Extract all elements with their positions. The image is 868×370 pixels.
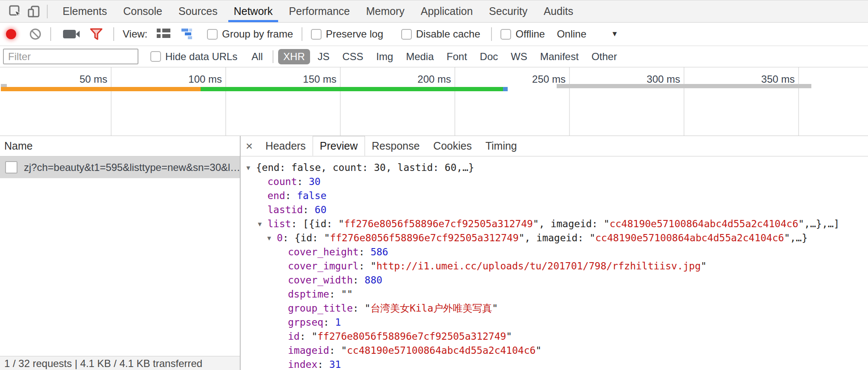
tab-application[interactable]: Application (413, 0, 481, 22)
preview-tree-row[interactable]: cover_height: 586 (241, 245, 868, 259)
record-button[interactable] (6, 29, 16, 39)
name-column-header[interactable]: Name (0, 136, 240, 156)
json-plain-text: : " (329, 344, 347, 358)
tab-performance[interactable]: Performance (281, 0, 358, 22)
preview-tree-row[interactable]: id: "ff276e8056f58896e7cf92505a312749" (241, 330, 868, 344)
timeline-gridline (111, 67, 112, 136)
tab-security[interactable]: Security (481, 0, 535, 22)
json-key: cover_height (288, 245, 359, 259)
disclosure-spacer (273, 330, 288, 344)
toolbar-separator (302, 27, 302, 41)
filter-type-img[interactable]: Img (371, 49, 398, 64)
device-toolbar-icon[interactable] (25, 3, 43, 20)
offline-checkbox[interactable]: Offline (500, 28, 545, 40)
resource-type-filters: AllXHRJSCSSImgMediaFontDocWSManifestOthe… (245, 49, 623, 64)
clear-icon[interactable] (30, 29, 41, 40)
preview-tree-row[interactable]: end: false (241, 189, 868, 203)
preview-tree-row[interactable]: cover_imgurl: "http://i1.umei.cc/uploads… (241, 259, 868, 273)
json-key: list (267, 217, 291, 231)
json-plain-text: : " (300, 330, 318, 344)
filter-type-font[interactable]: Font (442, 49, 472, 64)
preserve-log-checkbox[interactable]: Preserve log (311, 28, 383, 40)
disclosure-triangle-icon[interactable]: ▼ (241, 161, 256, 175)
disclosure-spacer (252, 203, 267, 217)
disclosure-triangle-icon[interactable]: ▼ (252, 217, 267, 231)
chevron-down-icon: ▼ (611, 30, 618, 38)
tab-network[interactable]: Network (226, 0, 281, 22)
large-rows-icon[interactable] (157, 29, 170, 40)
preview-tree-row[interactable]: index: 31 (241, 358, 868, 370)
json-key: index (288, 358, 317, 370)
disable-cache-checkbox[interactable]: Disable cache (401, 28, 480, 40)
preview-tree-row[interactable]: ▼{end: false, count: 30, lastid: 60,…} (241, 161, 868, 175)
json-plain-text: ", imageid: " (533, 217, 609, 231)
screenshot-camera-icon[interactable] (63, 30, 76, 38)
tab-sources[interactable]: Sources (170, 0, 226, 22)
detail-tab-cookies[interactable]: Cookies (426, 136, 478, 156)
filter-type-other[interactable]: Other (586, 49, 622, 64)
preview-tree-row[interactable]: lastid: 60 (241, 203, 868, 217)
group-by-frame-checkbox[interactable]: Group by frame (207, 28, 293, 40)
disclosure-spacer (273, 273, 288, 287)
preview-tree-row[interactable]: dsptime: "" (241, 287, 868, 301)
filter-type-all[interactable]: All (246, 49, 268, 64)
detail-tabbar: × HeadersPreviewResponseCookiesTiming (241, 136, 868, 156)
tab-memory[interactable]: Memory (358, 0, 412, 22)
disclosure-spacer (273, 358, 288, 370)
detail-tab-response[interactable]: Response (365, 136, 427, 156)
detail-tab-preview[interactable]: Preview (313, 136, 365, 156)
detail-tab-headers[interactable]: Headers (259, 136, 313, 156)
hide-data-urls-checkbox[interactable]: Hide data URLs (150, 51, 237, 63)
timeline-tick-label: 350 ms (727, 73, 795, 85)
json-plain-text: ", imageid: " (519, 231, 595, 245)
json-key: imageid (288, 344, 329, 358)
detail-tab-timing[interactable]: Timing (479, 136, 524, 156)
json-plain-text: " (536, 344, 542, 358)
tabbar-separator (47, 5, 48, 18)
tab-console[interactable]: Console (115, 0, 170, 22)
json-number-value: 31 (329, 358, 341, 370)
json-string-value: cc48190e57100864abc4d55a2c4104c6 (347, 344, 535, 358)
preview-tree-row[interactable]: count: 30 (241, 175, 868, 189)
filter-separator (273, 50, 273, 63)
preview-tree-row[interactable]: ▼list: [{id: "ff276e8056f58896e7cf92505a… (241, 217, 868, 231)
disclosure-triangle-icon[interactable]: ▼ (262, 231, 277, 245)
throttling-select[interactable]: Online ▼ (550, 28, 618, 40)
json-string-value: cc48190e57100864abc4d55a2c4104c6 (609, 217, 798, 231)
request-row[interactable]: zj?ch=beauty&t1=595&listtype=new&sn=30&l… (0, 156, 240, 178)
json-string-value: ff276e8056f58896e7cf92505a312749 (330, 231, 519, 245)
preview-tree-row[interactable]: group_title: "台湾美女Kila户外唯美写真" (241, 301, 868, 315)
timeline-tick-label: 300 ms (612, 73, 680, 85)
filter-funnel-icon[interactable] (89, 28, 103, 40)
timeline-gridline (798, 67, 799, 136)
filter-type-doc[interactable]: Doc (475, 49, 503, 64)
file-icon (5, 161, 17, 173)
filter-type-manifest[interactable]: Manifest (535, 49, 584, 64)
disclosure-spacer (252, 189, 267, 203)
tab-elements[interactable]: Elements (55, 0, 115, 22)
filter-type-ws[interactable]: WS (506, 49, 532, 64)
json-plain-text: : (353, 273, 365, 287)
timeline-gridline (454, 67, 455, 136)
hide-data-urls-label: Hide data URLs (165, 51, 237, 63)
timeline-gridline (225, 67, 226, 136)
waterfall-timeline-icon[interactable] (181, 29, 196, 40)
inspect-element-icon[interactable] (6, 3, 25, 20)
filter-input[interactable] (3, 49, 138, 64)
filter-type-media[interactable]: Media (401, 49, 439, 64)
json-plain-text: : {id: " (283, 231, 330, 245)
preview-tree-row[interactable]: grpseq: 1 (241, 315, 868, 330)
preserve-log-label: Preserve log (326, 28, 383, 40)
json-plain-text: " (701, 259, 707, 273)
preview-tree-row[interactable]: imageid: "cc48190e57100864abc4d55a2c4104… (241, 344, 868, 358)
close-icon[interactable]: × (241, 139, 259, 153)
json-number-value: false (297, 189, 326, 203)
preview-tree-row[interactable]: cover_width: 880 (241, 273, 868, 287)
filter-type-css[interactable]: CSS (337, 49, 368, 64)
requests-empty-area (0, 178, 240, 356)
filter-type-xhr[interactable]: XHR (278, 49, 310, 64)
preview-tree-row[interactable]: ▼0: {id: "ff276e8056f58896e7cf92505a3127… (241, 231, 868, 245)
tab-audits[interactable]: Audits (535, 0, 581, 22)
filter-type-js[interactable]: JS (313, 49, 335, 64)
detail-panel: × HeadersPreviewResponseCookiesTiming ▼{… (241, 136, 868, 370)
